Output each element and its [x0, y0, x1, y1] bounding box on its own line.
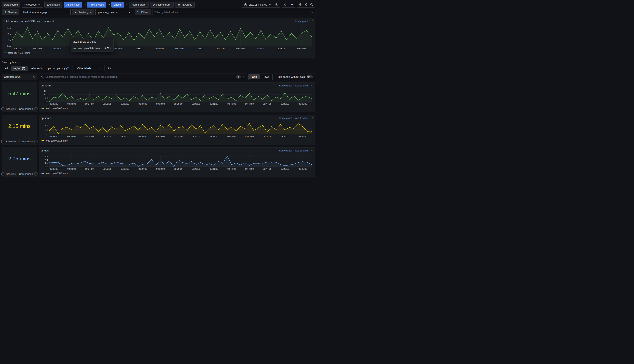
us-east-chart[interactable]: 6 s4 s2 s0 ns09:32:0009:33:0009:34:0009:… — [41, 154, 314, 171]
tab-all[interactable]: All — [2, 66, 10, 71]
svg-text:09:41:00: 09:41:00 — [210, 168, 218, 170]
panel-title: us-east — [41, 149, 49, 152]
flame-graph-link[interactable]: Flame graph — [279, 117, 292, 120]
nav-all-services-button[interactable]: All services — [64, 2, 82, 8]
svg-text:09:32:00: 09:32:00 — [50, 103, 58, 105]
service-select[interactable]: flask-ride-sharing-app — [20, 9, 70, 15]
ap-south-chart[interactable]: 4 s2 s0 ns09:32:0009:33:0009:34:0009:35:… — [41, 121, 314, 139]
flame-graph-link[interactable]: Flame graph — [279, 84, 292, 87]
layout-grid-option[interactable]: Grid — [249, 74, 260, 79]
eu-north-panel: eu-north Flame graph Add to filters ☆ 15… — [39, 82, 316, 112]
svg-text:09:39:00: 09:39:00 — [155, 48, 164, 50]
other-labels-select[interactable]: Other labels — [75, 65, 104, 71]
datasource-select[interactable]: Pyroscope — [22, 2, 43, 8]
filters-chip[interactable]: Filters — [134, 9, 150, 15]
favorites-button[interactable]: ★ Favorites — [175, 2, 195, 8]
add-to-filters-link[interactable]: Add to filters — [295, 149, 308, 152]
info-icon[interactable] — [310, 3, 313, 6]
refresh-interval-button[interactable] — [289, 2, 295, 7]
flame-graph-link[interactable]: Flame graph — [295, 20, 308, 22]
comparison-label: Comparison — [19, 172, 33, 176]
exploration-button[interactable]: Exploration — [44, 2, 62, 8]
hide-panels-toggle[interactable] — [307, 75, 313, 78]
add-to-filters-link[interactable]: Add to filters — [295, 117, 308, 120]
timeseries-svg: 15 s10 s5 s0 ns09:32:0009:33:0009:34:000… — [41, 89, 314, 106]
timeseries-svg: 4 s2 s0 ns09:32:0009:33:0009:34:0009:35:… — [41, 121, 314, 139]
chevron-down-icon[interactable] — [311, 12, 313, 13]
svg-text:09:38:00: 09:38:00 — [156, 168, 165, 170]
svg-text:09:37:00: 09:37:00 — [138, 135, 147, 138]
legend-label: total cpu = 5.47 mins — [46, 107, 68, 110]
svg-text:6 s: 6 s — [45, 155, 48, 158]
svg-text:0 ns: 0 ns — [44, 100, 48, 103]
refresh-group — [282, 2, 295, 8]
share-icon[interactable] — [304, 3, 308, 6]
chevron-down-icon — [269, 4, 271, 5]
tab-region[interactable]: region (3) — [11, 66, 28, 71]
result-count-badge: 3 — [236, 75, 241, 78]
profile-type-select[interactable]: process_cpu/cpu — [95, 9, 133, 15]
us-east-panel: us-east Flame graph Add to filters ☆ 6 s… — [39, 147, 316, 178]
funnel-icon — [137, 11, 140, 14]
svg-text:09:38:00: 09:38:00 — [156, 103, 165, 105]
svg-text:09:36:00: 09:36:00 — [121, 168, 129, 170]
svg-text:0 ns: 0 ns — [6, 45, 11, 48]
gear-icon[interactable]: ⚙ — [299, 3, 302, 6]
nav-flame-graph-button[interactable]: Flame graph — [129, 2, 149, 8]
svg-text:09:41:00: 09:41:00 — [196, 48, 204, 50]
compare-label: Compare (0/2) — [4, 75, 20, 78]
total-cpu-chart[interactable]: 15 s10 s5 s0 ns09:32:0009:33:0009:34:000… — [3, 24, 314, 51]
toggle-knob — [307, 76, 310, 78]
svg-text:09:32:00: 09:32:00 — [13, 48, 22, 50]
star-outline-icon[interactable]: ☆ — [311, 116, 314, 120]
svg-text:09:35:00: 09:35:00 — [103, 168, 112, 170]
baseline-checkbox[interactable] — [2, 108, 4, 110]
nav-profile-types-button[interactable]: Profile types — [87, 2, 106, 8]
sync-button[interactable] — [106, 65, 112, 71]
nav-labels-button[interactable]: Labels — [112, 2, 124, 8]
arrow-right-icon: → — [108, 3, 110, 6]
us-east-legend[interactable]: total cpu = 2.05 mins — [41, 172, 314, 175]
tab-vehicle[interactable]: vehicle (3) — [28, 66, 45, 71]
clear-search-icon[interactable]: × — [242, 75, 245, 78]
compare-button[interactable]: Compare (0/2) × — [2, 74, 37, 80]
legend-label: total cpu = 2.15 mins — [46, 139, 68, 142]
ap-south-legend[interactable]: total cpu = 2.15 mins — [41, 139, 314, 142]
svg-text:09:44:00: 09:44:00 — [256, 48, 265, 50]
refresh-button[interactable] — [282, 2, 289, 7]
svg-text:09:33:00: 09:33:00 — [68, 168, 76, 170]
label-filter-input[interactable] — [154, 11, 310, 14]
add-to-filters-link[interactable]: Add to filters — [295, 84, 308, 87]
comparison-checkbox[interactable] — [34, 140, 38, 143]
comparison-checkbox[interactable] — [34, 108, 38, 110]
flame-graph-link[interactable]: Flame graph — [279, 149, 292, 152]
eu-north-legend[interactable]: total cpu = 5.47 mins — [41, 107, 314, 110]
eu-north-chart[interactable]: 15 s10 s5 s0 ns09:32:0009:33:0009:34:000… — [41, 89, 314, 106]
total-cpu-panel: Total nanoseconds of CPU time consumed F… — [2, 18, 316, 58]
search-input[interactable] — [46, 75, 234, 78]
star-outline-icon[interactable]: ☆ — [311, 84, 314, 87]
close-icon[interactable]: × — [32, 75, 35, 78]
compare-card-eu-north: 5.47 mins Baseline Comparison — [2, 82, 37, 112]
nav-diff-flame-graph-button[interactable]: Diff flame graph — [150, 2, 174, 8]
svg-text:09:46:00: 09:46:00 — [298, 103, 307, 105]
svg-text:09:43:00: 09:43:00 — [236, 48, 245, 50]
total-cpu-legend[interactable]: total cpu = 9.67 mins — [3, 52, 314, 54]
stat-value: 2.15 mins — [2, 115, 37, 138]
star-outline-icon[interactable]: ☆ — [311, 149, 314, 152]
star-outline-icon[interactable]: ☆ — [311, 20, 314, 23]
baseline-checkbox[interactable] — [2, 140, 4, 143]
eu-north-header: eu-north Flame graph Add to filters ☆ — [41, 84, 314, 89]
baseline-checkbox[interactable] — [2, 172, 4, 176]
time-range-button[interactable]: Last 15 minutes — [242, 2, 273, 7]
svg-text:5 s: 5 s — [45, 97, 48, 99]
layout-switch: Grid Rows — [248, 74, 272, 80]
layout-rows-option[interactable]: Rows — [260, 74, 272, 79]
svg-text:09:33:00: 09:33:00 — [33, 48, 42, 50]
search-toolbar: Compare (0/2) × 3 × Grid Rows Hide panel… — [2, 74, 316, 80]
zoom-out-button[interactable] — [273, 2, 280, 7]
svg-text:09:46:00: 09:46:00 — [298, 168, 307, 170]
comparison-checkbox[interactable] — [34, 172, 38, 176]
ap-south-panel: ap-south Flame graph Add to filters ☆ 4 … — [39, 115, 316, 145]
tab-pyroscope-spy[interactable]: pyroscope_spy (1) — [46, 66, 72, 71]
